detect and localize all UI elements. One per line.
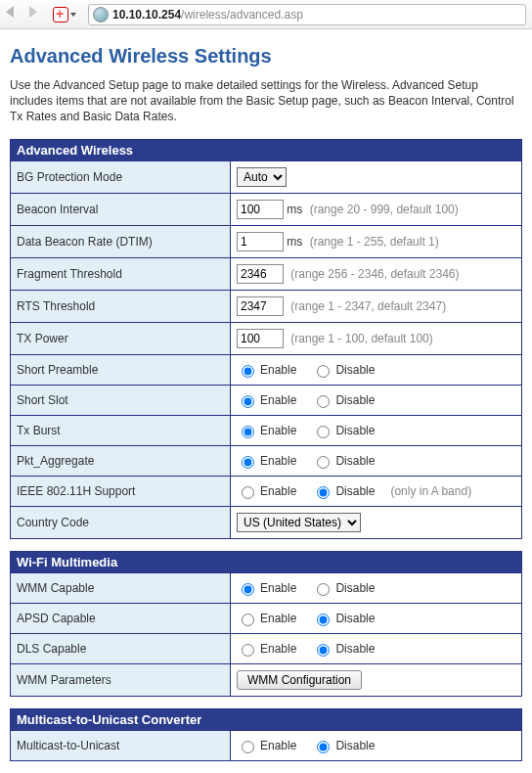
page-intro: Use the Advanced Setup page to make deta… bbox=[10, 77, 522, 125]
short-slot-disable-radio[interactable] bbox=[317, 395, 330, 408]
rts-threshold-label: RTS Threshold bbox=[11, 290, 231, 322]
addthis-button[interactable] bbox=[53, 7, 76, 23]
back-icon bbox=[6, 6, 14, 18]
browser-toolbar: 10.10.10.254/wireless/advanced.asp bbox=[0, 0, 532, 29]
bg-protection-label: BG Protection Mode bbox=[11, 160, 231, 193]
url-bar[interactable]: 10.10.10.254/wireless/advanced.asp bbox=[88, 4, 526, 25]
fragment-threshold-hint: (range 256 - 2346, default 2346) bbox=[290, 267, 459, 281]
short-slot-label: Short Slot bbox=[11, 385, 231, 415]
ieee80211h-hint: (only in A band) bbox=[390, 484, 471, 498]
tx-power-input[interactable] bbox=[237, 329, 284, 348]
rts-threshold-hint: (range 1 - 2347, default 2347) bbox=[290, 299, 446, 313]
wmm-header: Wi-Fi Multimedia bbox=[11, 551, 522, 572]
tx-power-hint: (range 1 - 100, default 100) bbox=[290, 332, 432, 345]
short-slot-enable-radio[interactable] bbox=[242, 395, 254, 408]
globe-icon bbox=[93, 7, 109, 23]
wmm-configuration-button[interactable] bbox=[237, 670, 362, 690]
dtim-input[interactable] bbox=[237, 232, 284, 251]
short-preamble-label: Short Preamble bbox=[11, 354, 231, 385]
dls-capable-label: DLS Capable bbox=[11, 633, 231, 663]
multicast-disable-radio[interactable] bbox=[317, 741, 330, 753]
dtim-label: Data Beacon Rate (DTIM) bbox=[11, 225, 231, 257]
plus-icon bbox=[53, 7, 68, 23]
beacon-interval-label: Beacon Interval bbox=[11, 193, 231, 225]
fragment-threshold-label: Fragment Threshold bbox=[11, 257, 231, 290]
tx-burst-enable-radio[interactable] bbox=[242, 426, 254, 438]
ieee80211h-label: IEEE 802.11H Support bbox=[11, 476, 231, 506]
page-title: Advanced Wireless Settings bbox=[10, 45, 522, 68]
url-text: 10.10.10.254/wireless/advanced.asp bbox=[112, 8, 303, 22]
multicast-panel: Multicast-to-Unicast Converter Multicast… bbox=[10, 708, 522, 761]
pkt-aggregate-label: Pkt_Aggregate bbox=[11, 445, 231, 476]
bg-protection-select[interactable]: Auto bbox=[237, 167, 287, 187]
short-preamble-enable-radio[interactable] bbox=[242, 365, 254, 378]
dls-disable-radio[interactable] bbox=[317, 644, 330, 657]
chevron-down-icon bbox=[70, 13, 76, 17]
forward-icon bbox=[29, 6, 37, 18]
beacon-interval-unit: ms bbox=[287, 203, 302, 216]
multicast-label: Multicast-to-Unicast bbox=[11, 730, 231, 760]
country-code-label: Country Code bbox=[11, 506, 231, 538]
dls-enable-radio[interactable] bbox=[242, 644, 254, 657]
apsd-capable-label: APSD Capable bbox=[11, 603, 231, 633]
beacon-interval-input[interactable] bbox=[237, 200, 284, 219]
wmm-panel: Wi-Fi Multimedia WMM Capable Enable Disa… bbox=[10, 551, 522, 697]
beacon-interval-hint: (range 20 - 999, default 100) bbox=[310, 203, 459, 216]
advanced-wireless-panel: Advanced Wireless BG Protection Mode Aut… bbox=[10, 139, 522, 539]
back-button[interactable] bbox=[6, 6, 23, 23]
wmm-parameters-label: WMM Parameters bbox=[11, 663, 231, 696]
fragment-threshold-input[interactable] bbox=[237, 264, 284, 284]
tx-burst-disable-radio[interactable] bbox=[317, 426, 330, 438]
forward-button[interactable] bbox=[29, 6, 47, 23]
apsd-enable-radio[interactable] bbox=[242, 614, 254, 626]
tx-burst-label: Tx Burst bbox=[11, 415, 231, 445]
dtim-hint: (range 1 - 255, default 1) bbox=[310, 235, 439, 249]
rts-threshold-input[interactable] bbox=[237, 296, 284, 316]
ieee80211h-enable-radio[interactable] bbox=[242, 486, 254, 499]
advanced-wireless-header: Advanced Wireless bbox=[11, 139, 522, 160]
multicast-header: Multicast-to-Unicast Converter bbox=[11, 708, 522, 730]
short-preamble-disable-radio[interactable] bbox=[317, 365, 330, 378]
multicast-enable-radio[interactable] bbox=[242, 741, 254, 753]
tx-power-label: TX Power bbox=[11, 322, 231, 354]
country-code-select[interactable]: US (United States) bbox=[237, 513, 361, 532]
wmm-enable-radio[interactable] bbox=[242, 583, 254, 596]
pkt-aggregate-enable-radio[interactable] bbox=[242, 456, 254, 469]
apsd-disable-radio[interactable] bbox=[317, 614, 330, 626]
ieee80211h-disable-radio[interactable] bbox=[317, 486, 330, 499]
pkt-aggregate-disable-radio[interactable] bbox=[317, 456, 330, 469]
dtim-unit: ms bbox=[287, 235, 302, 249]
wmm-capable-label: WMM Capable bbox=[11, 572, 231, 603]
wmm-disable-radio[interactable] bbox=[317, 583, 330, 596]
